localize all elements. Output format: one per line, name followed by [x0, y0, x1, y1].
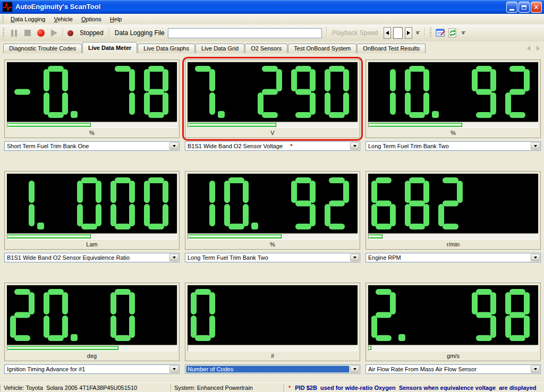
tab-diagnostic-trouble-codes[interactable]: Diagnostic Trouble Codes [3, 44, 82, 53]
sensor-combobox-field[interactable]: Air Flow Rate From Mass Air Flow Sensor [367, 365, 530, 373]
combo-dropdown-button[interactable] [350, 142, 359, 150]
stop-button[interactable] [21, 27, 33, 39]
meter-range-fill [8, 346, 118, 350]
window-title: AutoEnginuity's ScanTool [15, 0, 100, 13]
refresh-button[interactable] [447, 27, 459, 39]
sensor-combobox-field[interactable]: Ignition Timing Advance for #1 [5, 365, 169, 373]
log-view-icon [436, 28, 446, 38]
record-button[interactable] [35, 27, 47, 39]
triangle-left-icon [386, 31, 389, 35]
playback-speed-increase-button[interactable] [405, 27, 412, 39]
sensor-combobox[interactable]: Short Term Fuel Trim Bank One [4, 141, 180, 151]
scantool-window: { "window": { "title": "AutoEnginuity's … [0, 0, 544, 392]
data-logging-file-input[interactable] [168, 28, 322, 38]
sensor-combobox[interactable]: B1S1 Wide Band O2 Sensor Voltage * [185, 141, 360, 151]
close-button[interactable]: ✕ [531, 2, 542, 13]
menu-options[interactable]: Options [77, 15, 106, 23]
meter-panel: % Short Term Fuel Trim Bank One [4, 59, 180, 151]
tab-test-onboard-system[interactable]: Test OnBoard System [288, 44, 356, 53]
toolbar-separator [326, 27, 327, 39]
combo-dropdown-button[interactable] [350, 254, 359, 261]
meter-box: % [4, 59, 180, 138]
live-data-meter-page: % Short Term Fuel Trim Bank One V B1S1 W… [0, 53, 544, 382]
meter-range-bar [368, 345, 538, 351]
sensor-combobox-field[interactable]: Number of Codes [186, 365, 350, 373]
toolbar-separator [424, 27, 425, 39]
meter-range-fill [8, 234, 91, 238]
combo-dropdown-button[interactable] [531, 142, 540, 150]
tab-scroll-right-icon[interactable] [537, 46, 540, 51]
sensor-combobox-field[interactable]: B1S1 Wide Band O2 Sensor Voltage * [186, 142, 350, 150]
toolbar-overflow-button[interactable] [415, 27, 421, 39]
menu-data-logging[interactable]: Data Logging [6, 15, 49, 23]
triangle-down-icon [353, 257, 356, 259]
meter-range-fill [189, 234, 282, 238]
triangle-down-icon [534, 145, 537, 147]
sensor-combobox-field[interactable]: B1S1 Wide Band O2 Sensor Equivalence Rat… [5, 254, 169, 261]
sensor-combobox-field[interactable]: Short Term Fuel Trim Bank One [5, 142, 169, 150]
meter-range-bar [368, 122, 538, 128]
sensor-combobox[interactable]: Number of Codes [185, 364, 360, 374]
combo-dropdown-button[interactable] [531, 365, 540, 373]
toolbar-grip[interactable] [3, 28, 4, 38]
meter-panel: # Number of Codes [185, 283, 360, 374]
menu-bar: Data Logging Vehicle Options Help [0, 14, 544, 24]
minimize-button[interactable] [506, 2, 517, 13]
meter-range-bar [188, 233, 358, 240]
refresh-icon [448, 28, 457, 38]
status-bar: Vehicle: Toyota Solara 2005 4T1FA38P45U0… [0, 382, 544, 392]
tab-bar: Diagnostic Trouble Codes Live Data Meter… [0, 41, 544, 53]
sensor-combobox-field[interactable]: Engine RPM [367, 254, 530, 261]
menu-help[interactable]: Help [106, 15, 126, 23]
restore-icon [522, 5, 526, 10]
tab-onboard-test-results[interactable]: OnBoard Test Results [357, 44, 426, 53]
pause-button[interactable] [8, 27, 20, 39]
combo-dropdown-button[interactable] [169, 365, 178, 373]
playback-speed-decrease-button[interactable] [384, 27, 391, 39]
tab-live-data-meter[interactable]: Live Data Meter [82, 42, 137, 53]
sensor-combobox-field[interactable]: Long Term Fuel Trim Bank Two [186, 254, 350, 261]
restore-button[interactable] [518, 2, 530, 13]
sensor-combobox[interactable]: Long Term Fuel Trim Bank Two [366, 141, 541, 151]
meter-unit-label: % [188, 241, 358, 248]
combo-dropdown-button[interactable] [169, 254, 178, 261]
meter-range-fill [369, 123, 462, 127]
menu-vehicle[interactable]: Vehicle [49, 15, 76, 23]
record-icon [37, 29, 45, 37]
statusbar-divider [284, 384, 284, 391]
toolbar-grip[interactable] [2, 15, 4, 23]
tab-live-data-graphs[interactable]: Live Data Graphs [138, 44, 195, 53]
seven-segment-display [188, 62, 358, 122]
title-bar: AutoEnginuity's ScanTool ✕ [0, 0, 544, 14]
sensor-name: Long Term Fuel Trim Bank Two [367, 143, 449, 149]
sensor-combobox[interactable]: B1S1 Wide Band O2 Sensor Equivalence Rat… [4, 253, 180, 262]
sensor-combobox[interactable]: Air Flow Rate From Mass Air Flow Sensor [366, 364, 541, 374]
playback-speed-thumb[interactable] [393, 27, 403, 39]
sensor-name: B1S1 Wide Band O2 Sensor Equivalence Rat… [5, 254, 130, 261]
meter-range-fill [189, 123, 276, 127]
app-icon [3, 2, 12, 12]
seven-segment-display [368, 174, 538, 233]
tab-scroll-left-icon[interactable] [527, 46, 530, 51]
combo-dropdown-button[interactable] [531, 254, 540, 261]
log-view-button[interactable] [435, 27, 447, 39]
toolbar-overflow-button[interactable] [461, 27, 466, 39]
combo-dropdown-button[interactable] [350, 365, 359, 373]
pid-flag: * [290, 143, 292, 149]
play-button[interactable] [48, 27, 60, 39]
sensor-combobox[interactable]: Long Term Fuel Trim Bank Two [185, 253, 360, 262]
toolbar-grip[interactable] [430, 28, 431, 38]
sensor-combobox[interactable]: Engine RPM [366, 253, 541, 262]
meter-unit-label: deg [7, 353, 177, 359]
chevron-down-icon [462, 32, 465, 35]
playback-speed-label: Playback Speed [332, 29, 378, 37]
tab-live-data-grid[interactable]: Live Data Grid [196, 44, 244, 53]
meter-range-fill [369, 234, 382, 238]
sensor-combobox[interactable]: Ignition Timing Advance for #1 [4, 364, 180, 374]
stop-icon [24, 30, 31, 36]
tab-o2-sensors[interactable]: O2 Sensors [245, 44, 287, 53]
vehicle-status: Vehicle: Toyota Solara 2005 4T1FA38P45U0… [1, 385, 171, 391]
meter-box: r/min [366, 171, 541, 250]
sensor-combobox-field[interactable]: Long Term Fuel Trim Bank Two [367, 142, 530, 150]
combo-dropdown-button[interactable] [169, 142, 178, 150]
